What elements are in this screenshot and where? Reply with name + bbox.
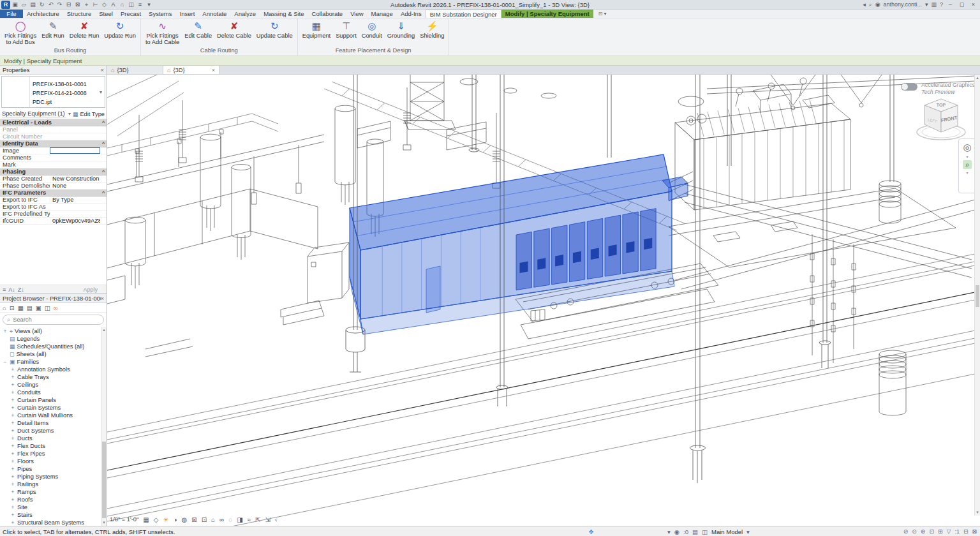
ribbon-tab[interactable]: Massing & Site <box>260 10 308 18</box>
property-row[interactable]: Phase Created New Construction <box>0 175 107 182</box>
tree-item[interactable]: + Cable Trays <box>0 373 107 381</box>
save-icon[interactable]: ▤ <box>29 1 37 9</box>
browser-views-icon[interactable]: ⊡ <box>10 304 15 311</box>
tree-expander-icon[interactable]: + <box>10 519 15 526</box>
delete-cable-button[interactable]: ✘ Delete Cable <box>214 19 254 47</box>
browser-home-icon[interactable]: ⌂ <box>3 304 6 311</box>
rendering-icon[interactable]: ◍ <box>182 516 188 523</box>
tree-item[interactable]: + Roofs <box>0 496 107 503</box>
crop-region-icon[interactable]: ⊡ <box>202 516 207 523</box>
tree-item[interactable]: + ⌖ Views (all) <box>0 327 107 335</box>
properties-close-icon[interactable]: × <box>101 67 104 73</box>
drawing-area[interactable]: ⌂ {3D} ⌂ {3D} × <box>107 66 980 526</box>
property-row[interactable]: Export to IFC As <box>0 204 107 211</box>
property-row[interactable]: Electrical - Loads ^ <box>0 119 107 126</box>
property-value[interactable]: 0pkEWp0cv49AZ8_UH... <box>50 218 100 225</box>
property-row[interactable]: IFC Predefined Type <box>0 211 107 218</box>
print-icon[interactable]: ⊟ <box>64 1 73 9</box>
shielding-button[interactable]: ⚡ Shielding <box>417 19 447 47</box>
ribbon-tab[interactable]: Precast <box>117 10 145 18</box>
property-value[interactable]: None <box>50 182 100 190</box>
zoom-caret-icon[interactable]: ▾ <box>966 170 968 175</box>
canvas-scrollbar[interactable]: ▴ ▾ <box>974 75 980 516</box>
tree-expander-icon[interactable]: + <box>10 481 15 488</box>
tree-expander-icon[interactable]: + <box>10 405 15 411</box>
tree-item[interactable]: ▤ Legends <box>0 335 107 343</box>
undo-icon[interactable]: ↶ <box>47 1 55 9</box>
type-selector[interactable]: PREFIX-138-01-0001 PREFIX-014-21-0008 PD… <box>1 76 105 108</box>
ribbon-tab[interactable]: Steel <box>95 10 117 18</box>
tree-item[interactable]: + Curtain Systems <box>0 404 107 412</box>
scroll-up-icon[interactable]: ▴ <box>101 327 107 332</box>
search-input[interactable] <box>13 316 100 323</box>
reveal-hidden-icon[interactable]: ◌ <box>228 516 232 523</box>
main-model-selector[interactable]: Main Model <box>711 528 743 535</box>
ribbon-collapse-control[interactable]: ⊡ ▾ <box>598 10 607 18</box>
ribbon-tab[interactable]: Add-Ins <box>397 10 426 18</box>
section-collapse-icon[interactable]: ^ <box>100 119 107 126</box>
tree-expander-icon[interactable]: + <box>10 366 15 373</box>
ribbon-tab[interactable]: Manage <box>368 10 397 18</box>
equipment-button[interactable]: ▦ Equipment <box>300 19 333 47</box>
sun-path-icon[interactable]: ☀ <box>163 516 169 523</box>
restore-button[interactable]: ◻ <box>958 1 966 8</box>
browser-links-icon[interactable]: ∞ <box>54 304 58 311</box>
editing-requests-count[interactable]: :0 <box>683 528 688 535</box>
tree-expander-icon[interactable]: + <box>10 389 15 396</box>
tree-expander-icon[interactable]: + <box>10 420 15 426</box>
view-scale[interactable]: 1/8" = 1'-0" <box>110 516 138 523</box>
property-row[interactable]: Phase Demolished None <box>0 182 107 190</box>
temporary-view-properties-icon[interactable]: ◨ <box>237 516 242 523</box>
shadows-icon[interactable]: ◑ <box>173 516 177 523</box>
search-icon[interactable]: ⌕ <box>869 1 872 8</box>
ribbon-tab[interactable]: Systems <box>145 10 175 18</box>
viewbar-collapse-icon[interactable]: ‹ <box>275 516 277 523</box>
cart-icon[interactable]: ▥ <box>931 1 937 8</box>
property-row[interactable]: Comments <box>0 154 107 161</box>
tree-expander-icon[interactable]: + <box>3 328 8 334</box>
tree-expander-icon[interactable]: + <box>10 512 15 518</box>
lock-3d-view-icon[interactable]: ⌂ <box>211 516 215 523</box>
property-value[interactable] <box>50 147 100 154</box>
workset-expand-icon[interactable]: ▾ <box>667 528 671 535</box>
tree-item[interactable]: + Pipes <box>0 465 107 473</box>
pick-fittings-to-add-cable-button[interactable]: ∿ Pick Fittings to Add Cable <box>143 19 182 47</box>
zoom-tool-icon[interactable]: ⌕ <box>963 160 972 169</box>
tree-expander-icon[interactable]: + <box>10 435 15 442</box>
steering-wheel-icon[interactable]: ◎ <box>963 142 971 153</box>
visual-style-icon[interactable]: ◇ <box>154 516 159 523</box>
section-collapse-icon[interactable]: ^ <box>100 140 107 147</box>
edit-type-button[interactable]: Edit Type <box>80 111 105 117</box>
model-health-icon[interactable]: ❖ <box>588 526 594 536</box>
associate-params-icon[interactable]: ≡ <box>3 287 6 293</box>
tree-expander-icon[interactable]: + <box>10 412 15 419</box>
tree-item[interactable]: + Conduits <box>0 389 107 396</box>
revit-button[interactable]: R <box>1 1 10 9</box>
update-cable-button[interactable]: ↻ Update Cable <box>254 19 295 47</box>
scroll-down-icon[interactable]: ▾ <box>975 510 980 515</box>
property-row[interactable]: Mark <box>0 161 107 168</box>
scroll-up-icon[interactable]: ▴ <box>975 75 980 80</box>
browser-sheets-icon[interactable]: ▤ <box>27 304 33 311</box>
tree-item[interactable]: + Flex Ducts <box>0 442 107 450</box>
tree-item[interactable]: + Stairs <box>0 511 107 519</box>
support-button[interactable]: ⊤ Support <box>333 19 359 47</box>
drag-on-selection-icon[interactable]: ⊞ <box>938 528 943 535</box>
tree-item[interactable]: + Ramps <box>0 488 107 496</box>
editing-requests-icon[interactable]: ◉ <box>674 528 679 535</box>
tree-expander-icon[interactable]: − <box>3 359 8 365</box>
crop-view-icon[interactable]: ⊠ <box>191 516 197 523</box>
displacement-sets-icon[interactable]: ⇱ <box>255 516 260 523</box>
delete-run-button[interactable]: ✘ Delete Run <box>67 19 102 47</box>
browser-scrollbar[interactable]: ▴ ▾ <box>101 327 107 526</box>
user-caret-icon[interactable]: ▾ <box>925 1 928 8</box>
conduit-button[interactable]: ◎ Conduit <box>359 19 385 47</box>
select-pinned-icon[interactable]: ⊕ <box>921 528 926 535</box>
scrollbar-thumb[interactable] <box>102 442 106 518</box>
tree-item[interactable]: + Piping Systems <box>0 473 107 480</box>
user-name[interactable]: anthony.conti... <box>884 1 922 8</box>
ribbon-tab[interactable]: Structure <box>63 10 96 18</box>
minimize-button[interactable]: – <box>946 1 954 8</box>
sort-descending-icon[interactable]: Z↓ <box>18 287 24 293</box>
edit-run-button[interactable]: ✎ Edit Run <box>39 19 67 47</box>
